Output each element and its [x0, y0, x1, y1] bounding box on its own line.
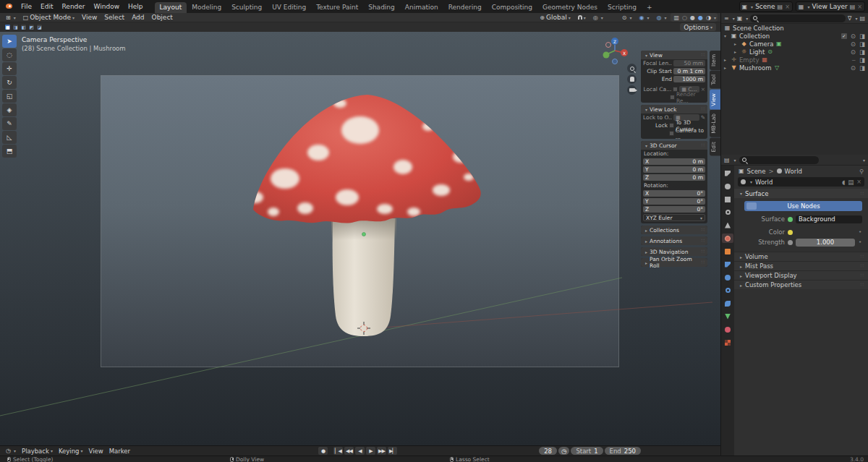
menu-render[interactable]: Render — [58, 3, 90, 10]
shading-material-icon[interactable]: ● — [697, 14, 705, 21]
color-socket-icon[interactable] — [788, 230, 793, 235]
panel-3d-navigation-header[interactable]: ▸3D Navigation∷ — [641, 247, 707, 256]
playback-menu[interactable]: Playback▾ — [19, 447, 56, 455]
volume-panel-header[interactable]: ▸Volume∷ — [734, 252, 868, 261]
render-region-checkbox[interactable] — [670, 95, 675, 100]
play-button[interactable]: ▶ — [366, 447, 375, 455]
tab-geometry-nodes[interactable]: Geometry Nodes — [537, 2, 603, 13]
unlink-scene-icon[interactable]: × — [785, 4, 790, 10]
view-layer-selector[interactable]: ▦▾ View Layer ▤ × — [796, 1, 865, 12]
expand-arrow-icon[interactable]: ▸ — [724, 57, 728, 62]
select-mode-intersect-icon[interactable]: ◪ — [36, 24, 43, 30]
hide-eye-icon[interactable]: ⊙ — [851, 48, 856, 56]
keying-menu[interactable]: Keying▾ — [56, 447, 86, 455]
prev-keyframe-button[interactable]: ◀◀ — [344, 447, 354, 455]
tab-object[interactable] — [722, 247, 733, 256]
cursor-loc-x-field[interactable]: X0 m — [643, 158, 705, 165]
scene-selector[interactable]: ▣▾ Scene ▤ × — [739, 1, 793, 12]
new-datablock-icon[interactable]: ▤ — [848, 179, 854, 186]
filter-funnel-icon[interactable]: ∇ — [848, 15, 851, 22]
shading-wireframe-icon[interactable]: ○ — [681, 14, 689, 21]
menu-window[interactable]: Window — [90, 3, 124, 10]
mode-selector[interactable]: □Object Mode▾ — [20, 13, 77, 22]
tab-world[interactable] — [722, 234, 733, 243]
navigation-gizmo[interactable]: Z X — [600, 36, 629, 65]
select-mode-new-icon[interactable]: ■ — [4, 24, 11, 30]
npanel-tab-edit[interactable]: Edit — [710, 138, 720, 156]
viewport-display-panel-header[interactable]: ▸Viewport Display∷ — [734, 270, 868, 280]
select-mode-extend-icon[interactable]: ◨ — [12, 24, 19, 30]
tab-texture-paint[interactable]: Texture Paint — [311, 2, 363, 13]
outliner-search-input[interactable] — [750, 14, 846, 22]
hide-eye-icon[interactable]: ⊙ — [851, 33, 856, 40]
frame-end-field[interactable]: End250 — [605, 447, 641, 455]
npanel-tab-mblab[interactable]: MB-Lab — [710, 110, 720, 137]
zoom-icon[interactable] — [627, 64, 637, 73]
tab-animation[interactable]: Animation — [400, 2, 443, 13]
add-workspace-button[interactable]: + — [642, 2, 658, 13]
record-button[interactable]: ● — [318, 447, 328, 455]
options-button[interactable]: Options▾ — [680, 23, 716, 31]
tab-view-layer[interactable] — [722, 208, 733, 217]
panel-collections-header[interactable]: ▸Collections∷ — [641, 226, 707, 234]
blender-logo-icon[interactable] — [4, 3, 13, 10]
tab-texture[interactable] — [722, 338, 733, 347]
xray-toggle-icon[interactable]: ▥ — [672, 14, 681, 21]
render-visibility-icon[interactable]: ◨ — [859, 56, 865, 64]
snap-toggle[interactable]: ▾ — [575, 13, 589, 22]
rotation-order-dropdown[interactable]: XYZ Euler▾ — [643, 214, 705, 221]
surface-shader-field[interactable]: Background — [796, 215, 862, 223]
surface-panel-header[interactable]: ▾Surface∷ — [734, 189, 868, 198]
panel-view-lock-header[interactable]: ▾View Lock∷ — [641, 105, 707, 114]
world-datablock-field[interactable]: ▾ World ◖ ▤ × — [738, 177, 864, 187]
cursor-loc-y-field[interactable]: Y0 m — [643, 166, 705, 173]
jump-to-start-button[interactable]: ▏◀ — [333, 447, 343, 455]
shading-solid-icon[interactable]: ● — [689, 14, 697, 21]
panel-view-header[interactable]: ▾View∷ — [641, 51, 707, 59]
timeline-editor-type-button[interactable]: ◷▾ — [3, 447, 19, 455]
npanel-tab-view[interactable]: View — [710, 90, 720, 110]
stopwatch-icon[interactable]: ◷ — [558, 447, 569, 455]
npanel-tab-item[interactable]: Item — [710, 51, 720, 70]
cursor-loc-z-field[interactable]: Z0 m — [643, 174, 705, 181]
camera-view-icon[interactable] — [627, 85, 637, 95]
clip-end-field[interactable]: 1000 m — [673, 76, 705, 82]
animate-dot-icon[interactable]: • — [858, 229, 862, 235]
tool-select-box[interactable]: ➤ — [2, 35, 17, 48]
tab-shading[interactable]: Shading — [363, 2, 400, 13]
overlays-dropdown[interactable]: ◍▾ — [653, 13, 669, 22]
panel-3d-cursor-header[interactable]: ▾3D Cursor∷ — [641, 141, 707, 150]
expand-arrow-icon[interactable]: ▾ — [724, 33, 728, 38]
lock-to-3d-cursor-checkbox[interactable] — [669, 123, 674, 128]
breadcrumb-scene[interactable]: Scene — [747, 168, 766, 175]
expand-arrow-icon[interactable]: ▸ — [734, 49, 739, 54]
menu-view[interactable]: View — [79, 13, 100, 22]
current-frame-field[interactable]: 28 — [539, 447, 557, 455]
cursor-rot-y-field[interactable]: Y0° — [643, 198, 705, 205]
breadcrumb-world[interactable]: World — [785, 168, 802, 175]
panel-pan-orbit-header[interactable]: ▸Pan Orbit Zoom Roll∷ — [641, 258, 707, 267]
menu-file[interactable]: File — [17, 3, 36, 10]
tab-render[interactable] — [722, 181, 733, 191]
outliner-row-mushroom[interactable]: ▸ ▼ Mushroom ▽ ⊙◨ — [721, 64, 868, 72]
unlink-datablock-icon[interactable]: × — [856, 179, 861, 185]
jump-to-end-button[interactable]: ▶▏ — [388, 447, 397, 455]
strength-slider[interactable]: 1.000 — [796, 239, 855, 247]
render-visibility-icon[interactable]: ◨ — [859, 48, 865, 56]
editor-type-button[interactable]: ⊞▾ — [3, 13, 19, 22]
tool-add-cube[interactable]: ⬒ — [2, 145, 17, 158]
proportional-editing[interactable]: ◎▾ — [590, 13, 606, 22]
tab-scripting[interactable]: Scripting — [603, 2, 642, 13]
play-reverse-button[interactable]: ◀ — [355, 447, 365, 455]
tool-measure[interactable]: ◺ — [2, 131, 17, 144]
tab-modeling[interactable]: Modeling — [187, 2, 226, 13]
tab-compositing[interactable]: Compositing — [487, 2, 537, 13]
outliner-row-empty[interactable]: ▸ ✛ Empty ▦ ‒◨ — [721, 56, 868, 64]
tool-transform[interactable]: ◈ — [2, 103, 17, 116]
menu-object[interactable]: Object — [149, 13, 176, 22]
tab-layout[interactable]: Layout — [155, 2, 187, 13]
hide-eye-closed-icon[interactable]: ‒ — [852, 56, 856, 64]
tool-cursor[interactable]: ◌ — [2, 48, 17, 61]
transform-orientation[interactable]: ⊕Global▾ — [537, 13, 573, 22]
menu-edit[interactable]: Edit — [36, 3, 57, 10]
